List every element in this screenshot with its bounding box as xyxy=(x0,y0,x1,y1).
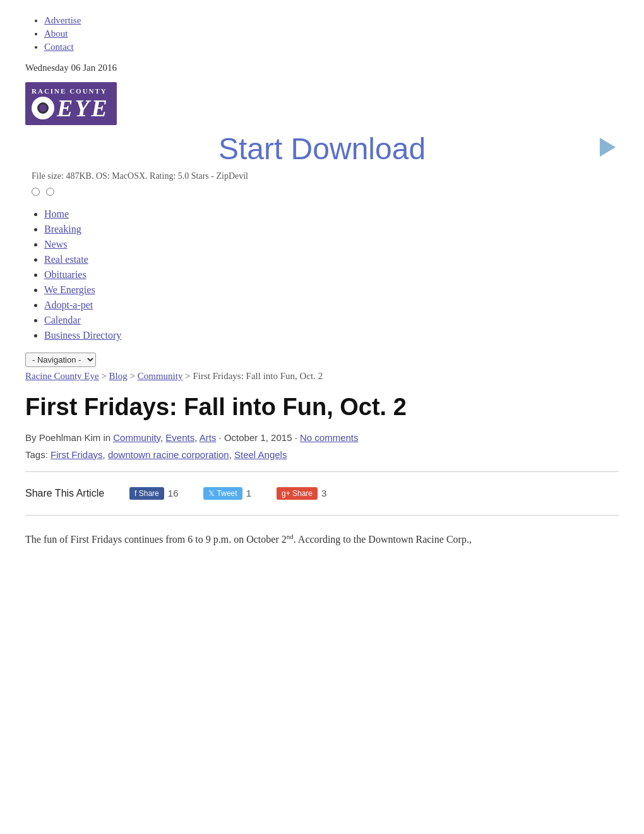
article-tags: Tags: First Fridays, downtown racine cor… xyxy=(25,449,619,460)
facebook-count: 16 xyxy=(168,488,179,499)
nav-item-calendar[interactable]: Calendar xyxy=(44,315,619,326)
site-logo[interactable]: RACINE COUNTY EYE xyxy=(25,82,619,125)
nav-item-breaking[interactable]: Breaking xyxy=(44,224,619,235)
facebook-button[interactable]: f Share xyxy=(129,487,164,500)
calendar-link[interactable]: Calendar xyxy=(44,315,81,325)
tag-steelangels[interactable]: Steel Angels xyxy=(234,449,287,460)
radio-option-1[interactable] xyxy=(32,188,40,196)
nav-item-weenergies[interactable]: We Energies xyxy=(44,284,619,296)
download-section: Start Download File size: 487KB. OS: Mac… xyxy=(25,131,619,196)
breadcrumb-separator-3: > xyxy=(185,371,193,381)
nav-item-contact[interactable]: Contact xyxy=(44,42,619,52)
file-info: File size: 487KB. OS: MacOSX. Rating: 5.… xyxy=(32,171,619,181)
nav-item-news[interactable]: News xyxy=(44,239,619,250)
tag-firstfridays[interactable]: First Fridays xyxy=(51,449,103,460)
radio-option-2[interactable] xyxy=(46,188,54,196)
article-body-text: The fun of First Fridays continues from … xyxy=(25,534,287,545)
nav-item-adoptapet[interactable]: Adopt-a-pet xyxy=(44,299,619,311)
main-navigation: Home Breaking News Real estate Obituarie… xyxy=(25,208,619,341)
article-date: October 1, 2015 xyxy=(224,432,292,443)
article-body: The fun of First Fridays continues from … xyxy=(25,531,619,548)
weenergies-link[interactable]: We Energies xyxy=(44,284,95,295)
news-link[interactable]: News xyxy=(44,239,67,250)
superscript-nd: nd xyxy=(287,533,294,540)
download-title[interactable]: Start Download xyxy=(25,131,619,166)
article-author: Poehlman Kim xyxy=(39,432,101,443)
breadcrumb-separator-1: > xyxy=(101,371,109,381)
nav-item-obituaries[interactable]: Obituaries xyxy=(44,269,619,281)
adoptapet-link[interactable]: Adopt-a-pet xyxy=(44,299,93,310)
breadcrumb-current: First Fridays: Fall into Fun, Oct. 2 xyxy=(193,371,323,381)
nav-item-home[interactable]: Home xyxy=(44,208,619,220)
obituaries-link[interactable]: Obituaries xyxy=(44,269,86,280)
googleplus-button[interactable]: g+ Share xyxy=(277,487,318,500)
contact-link[interactable]: Contact xyxy=(44,42,74,52)
category-events[interactable]: Events xyxy=(165,432,194,443)
date-display: Wednesday 06 Jan 2016 xyxy=(25,63,619,73)
home-link[interactable]: Home xyxy=(44,208,69,219)
logo-eye-text: EYE xyxy=(57,96,109,120)
twitter-button[interactable]: 𝕏 Tweet xyxy=(203,487,242,500)
googleplus-count: 3 xyxy=(321,488,326,499)
nav-dropdown-row: - Navigation - xyxy=(25,353,619,367)
googleplus-share[interactable]: g+ Share 3 xyxy=(277,487,326,500)
advertise-link[interactable]: Advertise xyxy=(44,15,81,25)
breaking-link[interactable]: Breaking xyxy=(44,224,81,234)
divider-top xyxy=(25,471,619,472)
twitter-share[interactable]: 𝕏 Tweet 1 xyxy=(203,487,251,500)
logo-eye-icon xyxy=(32,97,54,119)
breadcrumb: Racine County Eye > Blog > Community > F… xyxy=(25,371,619,382)
breadcrumb-community[interactable]: Community xyxy=(138,371,183,381)
breadcrumb-blog[interactable]: Blog xyxy=(109,371,128,381)
twitter-count: 1 xyxy=(246,488,251,499)
breadcrumb-separator-2: > xyxy=(130,371,138,381)
nav-item-about[interactable]: About xyxy=(44,28,619,39)
businessdirectory-link[interactable]: Business Directory xyxy=(44,330,121,341)
facebook-share[interactable]: f Share 16 xyxy=(129,487,178,500)
top-navigation: Advertise About Contact xyxy=(25,15,619,52)
realestate-link[interactable]: Real estate xyxy=(44,254,88,265)
tag-downtownracine[interactable]: downtown racine corporation xyxy=(108,449,229,460)
nav-item-advertise[interactable]: Advertise xyxy=(44,15,619,26)
article-title: First Fridays: Fall into Fun, Oct. 2 xyxy=(25,393,619,422)
comments-link[interactable]: No comments xyxy=(300,432,359,443)
nav-item-realestate[interactable]: Real estate xyxy=(44,254,619,265)
category-community[interactable]: Community xyxy=(113,432,160,443)
nav-item-businessdirectory[interactable]: Business Directory xyxy=(44,330,619,341)
category-arts[interactable]: Arts xyxy=(200,432,217,443)
navigation-dropdown[interactable]: - Navigation - xyxy=(25,353,96,367)
divider-bottom xyxy=(25,515,619,516)
article-meta: By Poehlman Kim in Community, Events, Ar… xyxy=(25,432,619,443)
breadcrumb-site[interactable]: Racine County Eye xyxy=(25,371,99,381)
logo-racine-county: RACINE COUNTY xyxy=(32,87,109,95)
about-link[interactable]: About xyxy=(44,28,68,39)
share-label: Share This Article xyxy=(25,488,104,499)
share-bar: Share This Article f Share 16 𝕏 Tweet 1 … xyxy=(25,480,619,507)
ad-icon xyxy=(600,138,619,157)
radio-group xyxy=(32,188,619,196)
